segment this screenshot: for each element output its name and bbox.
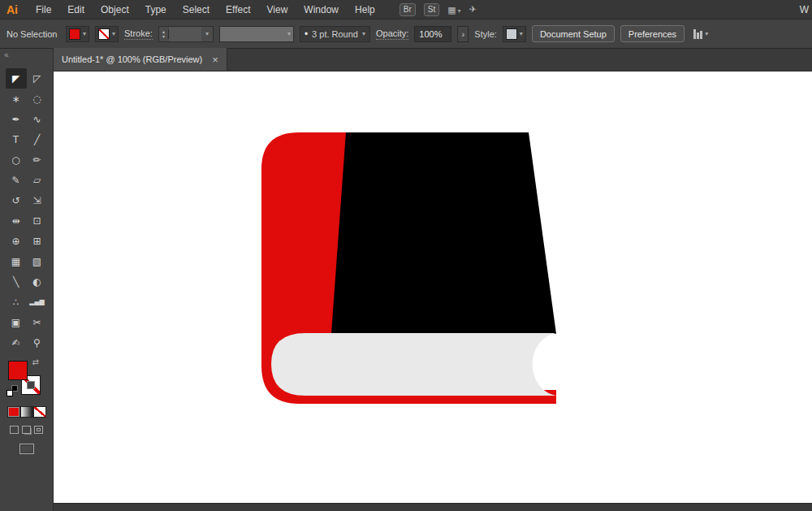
- line-segment-tool[interactable]: ╱: [27, 129, 48, 149]
- stroke-weight-stepper[interactable]: ▴ ▾ ▾: [158, 26, 214, 42]
- zoom-tool[interactable]: ⚲: [27, 332, 48, 353]
- menu-view[interactable]: View: [259, 4, 296, 15]
- none-button[interactable]: [33, 406, 46, 418]
- align-control[interactable]: ▾: [693, 29, 708, 39]
- collapse-panel-button[interactable]: «: [0, 49, 12, 62]
- symbol-sprayer-tool[interactable]: ∴: [6, 292, 27, 312]
- eyedropper-tool[interactable]: ╲: [6, 271, 27, 292]
- variable-width-profile-dropdown[interactable]: ▾: [219, 26, 294, 42]
- brush-preview-dot-icon: •: [304, 28, 308, 40]
- opacity-panel-arrow[interactable]: ›: [457, 26, 469, 42]
- opacity-value: 100%: [419, 29, 442, 39]
- free-transform-tool[interactable]: ⊡: [27, 210, 48, 231]
- none-slash-icon: [34, 407, 45, 417]
- stock-button[interactable]: St: [424, 3, 439, 16]
- gradient-tool[interactable]: ▧: [27, 251, 48, 271]
- gradient-button[interactable]: [20, 406, 33, 418]
- share-icon[interactable]: ✈: [469, 4, 477, 15]
- gradient-tool-icon: ▧: [32, 257, 41, 266]
- draw-normal-button[interactable]: [10, 426, 19, 434]
- menu-select[interactable]: Select: [175, 4, 218, 15]
- eraser-tool[interactable]: ▱: [27, 170, 48, 190]
- arrange-documents-control[interactable]: ▦▾: [447, 4, 460, 15]
- type-tool[interactable]: T: [6, 129, 27, 149]
- rotate-tool[interactable]: ↺: [6, 190, 27, 210]
- brush-definition-dropdown[interactable]: • 3 pt. Round ▾: [300, 26, 370, 42]
- scale-tool[interactable]: ⇲: [27, 190, 48, 210]
- perspective-grid-tool[interactable]: ⊞: [27, 231, 48, 251]
- mesh-tool[interactable]: ▦: [6, 251, 27, 271]
- close-tab-icon[interactable]: ×: [212, 54, 218, 65]
- menu-object[interactable]: Object: [93, 4, 137, 15]
- book-cover-shape: [331, 132, 556, 334]
- menu-window[interactable]: Window: [296, 4, 347, 15]
- curvature-tool[interactable]: ∿: [27, 109, 48, 129]
- menu-help[interactable]: Help: [347, 4, 383, 15]
- bridge-button[interactable]: Br: [400, 3, 416, 16]
- pencil-tool[interactable]: ✎: [6, 170, 27, 190]
- fill-swatch[interactable]: [8, 361, 28, 380]
- magic-wand-tool[interactable]: ∗: [6, 89, 27, 109]
- stroke-panel-link[interactable]: Stroke:: [124, 28, 153, 40]
- column-graph-tool[interactable]: ▂▄▆: [27, 292, 48, 312]
- menu-edit[interactable]: Edit: [59, 4, 93, 15]
- change-screen-mode-button[interactable]: [19, 444, 34, 454]
- opacity-field[interactable]: 100%: [414, 26, 451, 42]
- opacity-link[interactable]: Opacity:: [376, 28, 408, 40]
- workspace-label[interactable]: W: [800, 4, 812, 15]
- document-setup-button[interactable]: Document Setup: [532, 25, 615, 42]
- rotate-tool-icon: ↺: [11, 196, 19, 206]
- hand-tool-icon: ✍: [11, 338, 19, 348]
- fill-color-control[interactable]: ▾: [66, 26, 89, 42]
- chevron-down-icon[interactable]: ▾: [201, 31, 213, 37]
- hand-tool[interactable]: ✍: [6, 332, 27, 353]
- menu-effect[interactable]: Effect: [218, 4, 258, 15]
- shape-builder-tool[interactable]: ⊕: [6, 231, 27, 251]
- ellipse-tool[interactable]: ○: [6, 149, 27, 170]
- stroke-color-control[interactable]: ▾: [95, 26, 119, 42]
- book-pages-shape: [271, 333, 556, 396]
- selection-tool[interactable]: ◤: [6, 68, 27, 89]
- selection-status: No Selection: [6, 29, 60, 39]
- step-down-icon[interactable]: ▾: [159, 34, 168, 39]
- style-dropdown[interactable]: ▾: [503, 26, 526, 42]
- stroke-weight-value[interactable]: [169, 27, 201, 41]
- drawing-modes-row: [10, 426, 43, 434]
- preferences-button[interactable]: Preferences: [620, 25, 685, 42]
- symbol-sprayer-tool-icon: ∴: [13, 297, 19, 307]
- arrange-documents-icon: ▦: [447, 5, 456, 15]
- default-fill-stroke-icon[interactable]: [6, 385, 18, 396]
- fill-color-swatch: [69, 28, 80, 40]
- direct-selection-tool[interactable]: ◸: [27, 68, 48, 89]
- document-tab[interactable]: Untitled-1* @ 100% (RGB/Preview) ×: [54, 48, 227, 71]
- menu-bar: Ai File Edit Object Type Select Effect V…: [0, 0, 812, 19]
- app-logo[interactable]: Ai: [0, 3, 28, 16]
- color-button[interactable]: [7, 406, 20, 418]
- chevron-down-icon: ▾: [705, 31, 708, 37]
- pen-tool[interactable]: ✒: [6, 109, 27, 129]
- type-tool-icon: T: [13, 135, 19, 145]
- book-illustration: [54, 71, 812, 503]
- chevron-down-icon: ▾: [287, 31, 291, 37]
- blend-tool[interactable]: ◐: [27, 271, 48, 292]
- stepper-arrows-icon[interactable]: ▴ ▾: [159, 29, 169, 39]
- width-tool-icon: ⇹: [11, 216, 19, 226]
- lasso-tool-icon: ◌: [32, 94, 41, 104]
- width-tool[interactable]: ⇹: [6, 210, 27, 231]
- magic-wand-tool-icon: ∗: [11, 94, 19, 104]
- menu-file[interactable]: File: [28, 4, 59, 15]
- slice-tool[interactable]: ✂: [27, 312, 48, 332]
- appbar-icons: Br St ▦▾ ✈: [400, 3, 477, 16]
- menu-type[interactable]: Type: [137, 4, 175, 15]
- illustrator-window: Ai File Edit Object Type Select Effect V…: [0, 0, 812, 511]
- artboard-canvas[interactable]: [54, 71, 812, 503]
- lasso-tool[interactable]: ◌: [27, 89, 48, 109]
- chevron-down-icon: ▾: [83, 31, 86, 37]
- scale-tool-icon: ⇲: [32, 196, 41, 206]
- swap-fill-stroke-icon[interactable]: ⇄: [32, 357, 39, 366]
- perspective-grid-tool-icon: ⊞: [32, 236, 41, 246]
- artboard-tool[interactable]: ▣: [6, 312, 27, 332]
- draw-behind-button[interactable]: [22, 426, 31, 434]
- paintbrush-tool[interactable]: ✏: [27, 149, 48, 170]
- draw-inside-button[interactable]: [34, 426, 43, 434]
